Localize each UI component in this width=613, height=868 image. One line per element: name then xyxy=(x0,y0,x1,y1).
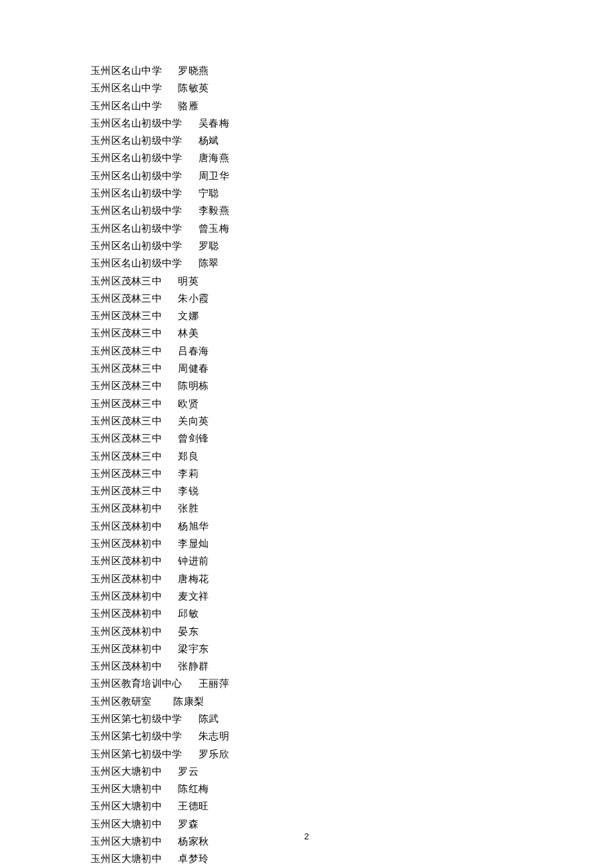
school-name: 玉州区茂林初中 xyxy=(91,503,162,514)
list-row: 玉州区名山初级中学 杨斌 xyxy=(91,132,613,149)
column-gap xyxy=(183,223,199,234)
column-gap xyxy=(162,783,178,794)
school-name: 玉州区名山初级中学 xyxy=(91,188,183,199)
column-gap xyxy=(162,556,178,566)
person-name: 梁宇东 xyxy=(178,644,209,654)
column-gap xyxy=(183,749,199,759)
school-name: 玉州区茂林三中 xyxy=(91,380,162,391)
column-gap xyxy=(162,521,178,532)
person-name: 麦文祥 xyxy=(178,591,209,602)
school-name: 玉州区茂林三中 xyxy=(91,398,162,409)
list-row: 玉州区茂林三中 曾剑锋 xyxy=(91,430,613,447)
person-name: 关向英 xyxy=(178,416,209,426)
list-row: 玉州区茂林初中 邱敏 xyxy=(91,605,613,622)
person-name: 唐梅花 xyxy=(178,574,209,584)
column-gap xyxy=(162,416,178,426)
list-row: 玉州区茂林初中 张静群 xyxy=(91,657,613,675)
school-name: 玉州区大塘初中 xyxy=(91,853,162,864)
person-name: 罗晓燕 xyxy=(178,65,209,76)
school-name: 玉州区名山初级中学 xyxy=(91,171,183,181)
list-row: 玉州区茂林三中 李莉 xyxy=(91,465,613,482)
column-gap xyxy=(162,626,178,637)
column-gap xyxy=(162,801,178,811)
list-row: 玉州区名山初级中学 吴春梅 xyxy=(91,115,613,132)
school-name: 玉州区名山初级中学 xyxy=(91,223,183,234)
list-row: 玉州区茂林三中 欧贤 xyxy=(91,395,613,412)
column-gap xyxy=(162,65,178,76)
school-name: 玉州区茂林三中 xyxy=(91,293,162,304)
list-row: 玉州区教研室 陈康梨 xyxy=(91,693,613,710)
school-name: 玉州区第七初级中学 xyxy=(91,731,183,741)
column-gap xyxy=(162,486,178,496)
column-gap xyxy=(183,240,199,251)
person-name: 陈翠 xyxy=(199,258,219,268)
list-row: 玉州区第七初级中学 朱志明 xyxy=(91,727,613,745)
person-name: 杨旭华 xyxy=(178,521,209,532)
person-name: 陈武 xyxy=(199,713,219,724)
list-row: 玉州区茂林初中 麦文祥 xyxy=(91,588,613,605)
column-gap xyxy=(183,731,199,741)
school-name: 玉州区名山中学 xyxy=(91,83,162,93)
person-name: 吴春梅 xyxy=(199,118,229,129)
school-name: 玉州区教研室 xyxy=(91,696,152,707)
school-name: 玉州区茂林三中 xyxy=(91,276,162,286)
page-number: 2 xyxy=(0,831,613,841)
person-name: 杨斌 xyxy=(199,135,219,146)
column-gap xyxy=(162,644,178,654)
list-row: 玉州区茂林初中 张胜 xyxy=(91,500,613,517)
list-row: 玉州区茂林三中 陈明栋 xyxy=(91,377,613,394)
school-name: 玉州区教育培训中心 xyxy=(91,678,183,689)
person-name: 钟进前 xyxy=(178,556,209,566)
school-name: 玉州区名山初级中学 xyxy=(91,118,183,129)
column-gap xyxy=(183,713,199,724)
column-gap xyxy=(162,853,178,864)
person-name: 李毅燕 xyxy=(199,205,229,216)
list-row: 玉州区名山初级中学 罗聪 xyxy=(91,237,613,254)
school-name: 玉州区茂林三中 xyxy=(91,486,162,496)
school-name: 玉州区茂林初中 xyxy=(91,608,162,619)
school-name: 玉州区茂林初中 xyxy=(91,591,162,602)
list-row: 玉州区茂林三中 明英 xyxy=(91,272,613,290)
school-name: 玉州区茂林三中 xyxy=(91,451,162,462)
person-name: 李锐 xyxy=(178,486,199,496)
school-name: 玉州区茂林初中 xyxy=(91,644,162,654)
list-row: 玉州区茂林三中 关向英 xyxy=(91,412,613,430)
person-name: 罗乐欣 xyxy=(199,749,229,759)
person-name: 晏东 xyxy=(178,626,199,637)
person-name: 林美 xyxy=(178,328,199,338)
list-row: 玉州区名山初级中学 李毅燕 xyxy=(91,202,613,219)
list-row: 玉州区茂林初中 梁宇东 xyxy=(91,640,613,657)
person-name: 曾玉梅 xyxy=(199,223,229,234)
column-gap xyxy=(162,538,178,549)
person-name: 唐海燕 xyxy=(199,153,229,163)
person-name: 骆雁 xyxy=(178,101,199,111)
list-row: 玉州区名山初级中学 周卫华 xyxy=(91,167,613,185)
school-name: 玉州区茂林初中 xyxy=(91,626,162,637)
list-row: 玉州区名山初级中学 陈翠 xyxy=(91,254,613,272)
school-name: 玉州区名山初级中学 xyxy=(91,258,183,268)
column-gap xyxy=(183,188,199,199)
column-gap xyxy=(162,380,178,391)
list-row: 玉州区茂林三中 李锐 xyxy=(91,482,613,500)
person-name: 罗云 xyxy=(178,766,199,777)
column-gap xyxy=(162,398,178,409)
column-gap xyxy=(183,258,199,268)
school-name: 玉州区茂林初中 xyxy=(91,556,162,566)
column-gap xyxy=(162,363,178,374)
school-name: 玉州区大塘初中 xyxy=(91,801,162,811)
column-gap xyxy=(162,328,178,338)
list-row: 玉州区茂林三中 周健春 xyxy=(91,360,613,377)
school-name: 玉州区大塘初中 xyxy=(91,819,162,829)
school-name: 玉州区茂林三中 xyxy=(91,346,162,356)
column-gap xyxy=(162,591,178,602)
school-name: 玉州区名山初级中学 xyxy=(91,240,183,251)
person-name: 周健春 xyxy=(178,363,209,374)
column-gap xyxy=(183,118,199,129)
school-name: 玉州区茂林初中 xyxy=(91,538,162,549)
person-name: 张胜 xyxy=(178,503,199,514)
person-name: 卓梦玲 xyxy=(178,853,209,864)
school-name: 玉州区名山中学 xyxy=(91,101,162,111)
list-row: 玉州区大塘初中 罗森 xyxy=(91,815,613,833)
school-name: 玉州区名山初级中学 xyxy=(91,135,183,146)
list-row: 玉州区第七初级中学 罗乐欣 xyxy=(91,745,613,763)
